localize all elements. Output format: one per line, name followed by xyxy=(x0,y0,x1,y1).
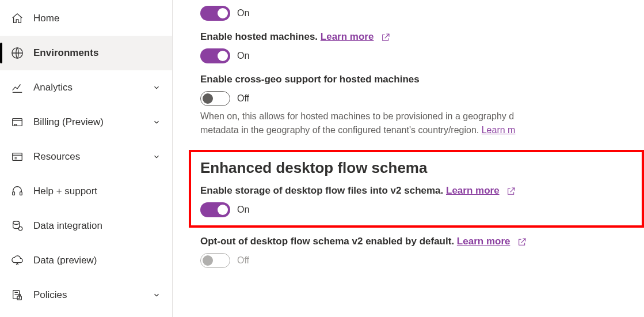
chevron-down-icon xyxy=(151,82,162,93)
external-link-icon xyxy=(381,33,390,42)
sidebar-item-label: Help + support xyxy=(33,186,162,197)
toggle-opt-out[interactable] xyxy=(200,253,230,268)
sidebar-item-analytics[interactable]: Analytics xyxy=(0,70,172,105)
setting-title-text: Enable storage of desktop flow files int… xyxy=(200,185,443,196)
setting-hosted-machines: Enable hosted machines. Learn more On xyxy=(200,31,644,63)
sidebar-item-label: Environments xyxy=(33,47,162,59)
svg-point-2 xyxy=(14,124,15,125)
chevron-down-icon xyxy=(151,152,162,162)
toggle-state: On xyxy=(237,51,249,61)
sidebar-item-label: Policies xyxy=(33,289,151,301)
setting-partial-top: On xyxy=(200,6,644,21)
toggle-state: Off xyxy=(237,255,249,266)
billing-icon xyxy=(10,115,24,129)
sidebar-item-label: Data integration xyxy=(33,220,162,232)
sidebar-item-environments[interactable]: Environments xyxy=(0,36,172,70)
sidebar-item-resources[interactable]: Resources xyxy=(0,139,172,174)
highlighted-section: Enhanced desktop flow schema Enable stor… xyxy=(189,150,644,228)
sidebar-item-billing[interactable]: Billing (Preview) xyxy=(0,105,172,139)
sidebar: Home Environments Analytics Billing (Pre… xyxy=(0,0,173,317)
toggle-cross-geo[interactable] xyxy=(200,91,230,106)
sidebar-item-data-preview[interactable]: Data (preview) xyxy=(0,243,172,278)
setting-title-text: Opt-out of desktop flow schema v2 enable… xyxy=(200,236,454,247)
setting-opt-out: Opt-out of desktop flow schema v2 enable… xyxy=(200,236,644,268)
learn-more-link[interactable]: Learn more xyxy=(446,185,500,196)
toggle-v2-schema[interactable] xyxy=(200,202,230,217)
external-link-icon xyxy=(517,237,527,247)
sidebar-item-home[interactable]: Home xyxy=(0,1,172,36)
toggle-partial-top[interactable] xyxy=(200,6,230,21)
svg-rect-5 xyxy=(13,192,15,195)
sidebar-item-label: Analytics xyxy=(33,82,151,93)
svg-point-8 xyxy=(18,227,22,230)
setting-title-text: Enable hosted machines. xyxy=(200,31,318,42)
home-icon xyxy=(10,12,24,25)
setting-cross-geo: Enable cross-geo support for hosted mach… xyxy=(200,74,644,137)
policies-icon xyxy=(10,288,24,302)
section-heading: Enhanced desktop flow schema xyxy=(200,159,632,177)
sidebar-item-label: Billing (Preview) xyxy=(33,116,151,128)
chevron-down-icon xyxy=(151,290,162,300)
toggle-state: Off xyxy=(237,93,249,104)
learn-more-link[interactable]: Learn m xyxy=(482,125,516,135)
learn-more-link[interactable]: Learn more xyxy=(321,31,374,42)
toggle-hosted-machines[interactable] xyxy=(200,48,230,63)
svg-point-7 xyxy=(13,221,20,225)
sidebar-item-help[interactable]: Help + support xyxy=(0,174,172,209)
learn-more-link[interactable]: Learn more xyxy=(457,236,510,247)
setting-title-text: Enable cross-geo support for hosted mach… xyxy=(200,74,644,85)
headset-icon xyxy=(10,184,24,198)
data-preview-icon xyxy=(10,254,24,267)
analytics-icon xyxy=(10,81,24,95)
sidebar-item-label: Home xyxy=(33,13,162,24)
sidebar-item-label: Data (preview) xyxy=(33,255,162,266)
svg-rect-6 xyxy=(20,192,22,195)
toggle-state: On xyxy=(237,8,249,18)
data-integration-icon xyxy=(10,219,24,233)
setting-description: When on, this allows for hosted machines… xyxy=(200,110,644,137)
external-link-icon xyxy=(506,187,516,196)
settings-content: On Enable hosted machines. Learn more On… xyxy=(173,0,644,317)
svg-rect-4 xyxy=(13,153,22,161)
sidebar-item-data-integration[interactable]: Data integration xyxy=(0,209,172,243)
chevron-down-icon xyxy=(151,117,162,127)
toggle-state: On xyxy=(237,205,249,215)
svg-point-3 xyxy=(16,124,17,125)
resources-icon xyxy=(10,150,24,164)
sidebar-item-policies[interactable]: Policies xyxy=(0,278,172,312)
sidebar-item-label: Resources xyxy=(33,151,151,163)
globe-icon xyxy=(10,46,24,60)
